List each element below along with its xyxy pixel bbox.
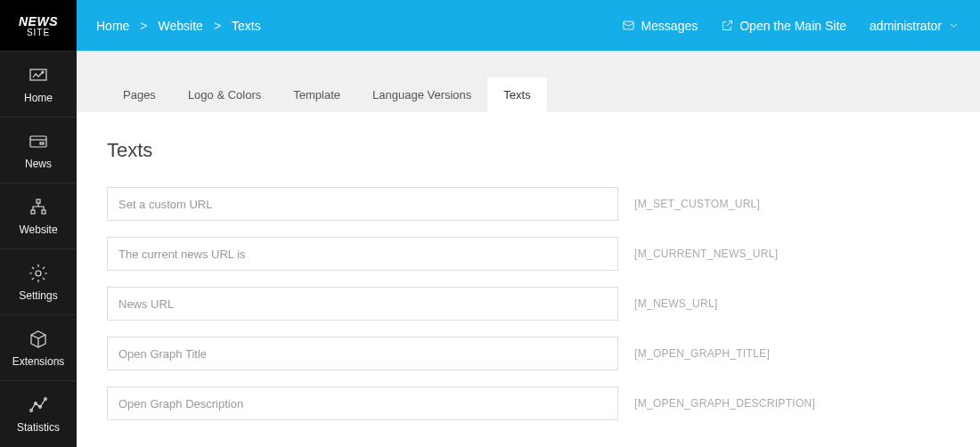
statistics-icon [28,394,49,416]
messages-link[interactable]: Messages [622,19,698,33]
breadcrumb: Home > Website > Texts [96,19,261,33]
sidebar-item-extensions[interactable]: Extensions [0,314,77,380]
svg-rect-12 [624,21,633,29]
sidebar-item-website[interactable]: Website [0,183,77,248]
text-input-open-graph-title[interactable] [107,337,618,370]
breadcrumb-sep: > [214,19,221,33]
svg-rect-3 [40,142,44,144]
text-hint: [M_CURRENT_NEWS_URL] [634,248,778,260]
logo[interactable]: NEWS SITE [0,0,77,51]
text-hint: [M_OPEN_GRAPH_DESCRIPTION] [634,397,815,410]
breadcrumb-home[interactable]: Home [96,19,129,33]
main-column: Home > Website > Texts Messages Open the… [77,0,980,447]
text-hint: [M_SET_CUSTOM_URL] [634,198,760,210]
logo-line1: NEWS [19,14,58,28]
message-icon [622,19,635,32]
tab-pages[interactable]: Pages [107,77,172,112]
content-area: Pages Logo & Colors Template Language Ve… [77,51,980,447]
text-hint: [M_OPEN_GRAPH_TITLE] [634,347,770,360]
sidebar-item-home[interactable]: Home [0,51,77,117]
text-input-current-news-url[interactable] [107,237,618,271]
logo-line2: SITE [27,28,50,37]
tabs: Pages Logo & Colors Template Language Ve… [77,51,980,112]
tab-logo-colors[interactable]: Logo & Colors [172,77,277,112]
tab-language-versions[interactable]: Language Versions [356,77,487,112]
tab-texts[interactable]: Texts [487,77,546,112]
user-label: administrator [870,19,942,33]
breadcrumb-sep: > [140,19,147,33]
sitemap-icon [28,197,49,218]
text-input-news-url[interactable] [107,287,618,321]
open-main-label: Open the Main Site [739,19,846,33]
text-hint: [M_NEWS_URL] [634,297,718,310]
breadcrumb-texts[interactable]: Texts [232,19,261,33]
sidebar-item-label: Statistics [17,421,60,434]
svg-rect-0 [30,69,46,80]
texts-panel: Texts [M_SET_CUSTOM_URL] [M_CURRENT_NEWS… [77,112,980,447]
svg-rect-4 [37,199,40,203]
text-row: [M_CURRENT_NEWS_URL] [107,237,950,271]
topbar: Home > Website > Texts Messages Open the… [77,0,980,51]
svg-rect-5 [31,210,35,214]
breadcrumb-website[interactable]: Website [159,19,203,33]
sidebar: NEWS SITE Home News Website Settings Ext… [0,0,77,447]
text-row: [M_NEWS_URL] [107,287,950,321]
text-row: [M_SET_CUSTOM_URL] [107,187,950,221]
sidebar-item-label: Home [24,92,53,104]
svg-rect-2 [30,136,46,147]
gear-icon [28,263,49,284]
text-row: [M_OPEN_GRAPH_DESCRIPTION] [107,386,950,420]
text-input-set-custom-url[interactable] [107,187,618,221]
panel-title: Texts [107,139,950,162]
home-dashboard-icon [28,65,49,86]
text-row: [M_OPEN_GRAPH_TITLE] [107,337,950,370]
svg-rect-6 [42,210,45,214]
svg-point-7 [36,271,41,276]
sidebar-item-label: Settings [19,289,57,302]
sidebar-item-label: Extensions [12,355,65,368]
news-card-icon [28,131,49,152]
external-link-icon [721,19,734,32]
sidebar-item-label: News [25,158,52,170]
package-icon [28,329,49,350]
user-menu[interactable]: administrator [870,19,960,33]
tab-template[interactable]: Template [277,77,356,112]
messages-label: Messages [641,19,698,33]
top-actions: Messages Open the Main Site administrato… [622,19,960,33]
sidebar-item-statistics[interactable]: Statistics [0,380,77,446]
sidebar-item-label: Website [19,224,57,236]
chevron-down-icon [947,19,960,32]
sidebar-item-settings[interactable]: Settings [0,248,77,314]
open-main-site-link[interactable]: Open the Main Site [721,19,846,33]
sidebar-item-news[interactable]: News [0,117,77,183]
text-input-open-graph-description[interactable] [107,386,618,420]
